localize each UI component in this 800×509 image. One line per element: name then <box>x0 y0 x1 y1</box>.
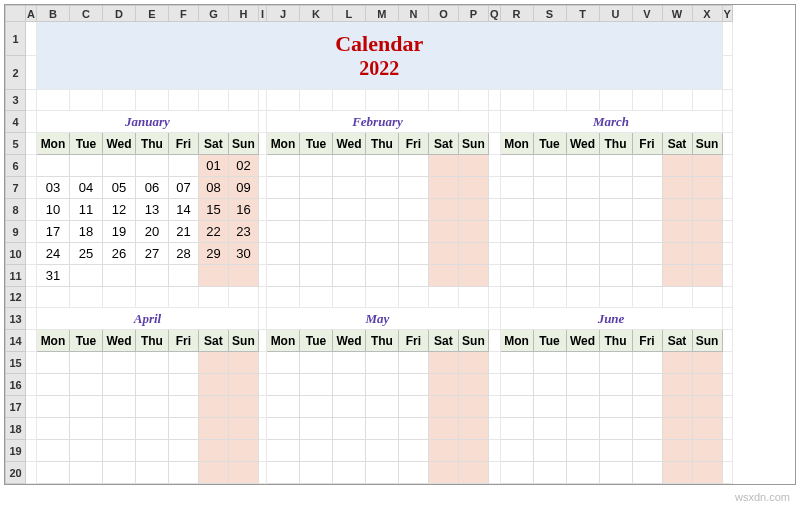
cell[interactable] <box>266 177 299 199</box>
cell[interactable] <box>488 308 500 330</box>
cell[interactable]: 04 <box>69 177 102 199</box>
cell[interactable] <box>533 462 566 484</box>
cell[interactable] <box>500 374 533 396</box>
cell[interactable] <box>662 462 692 484</box>
cell[interactable] <box>135 440 168 462</box>
cell[interactable] <box>488 352 500 374</box>
cell[interactable]: 08 <box>198 177 228 199</box>
row-header[interactable]: 8 <box>6 199 26 221</box>
cell[interactable]: 29 <box>198 243 228 265</box>
cell[interactable] <box>458 418 488 440</box>
cell[interactable] <box>102 287 135 308</box>
cell[interactable]: Fri <box>168 330 198 352</box>
cell[interactable]: 06 <box>135 177 168 199</box>
cell[interactable] <box>258 243 266 265</box>
cell[interactable] <box>722 265 732 287</box>
cell[interactable] <box>102 352 135 374</box>
cell[interactable] <box>533 90 566 111</box>
cell[interactable] <box>488 221 500 243</box>
cell[interactable]: 11 <box>69 199 102 221</box>
cell[interactable]: Fri <box>398 133 428 155</box>
cell[interactable] <box>722 287 732 308</box>
cell[interactable] <box>722 221 732 243</box>
row-header[interactable]: 18 <box>6 418 26 440</box>
cell[interactable]: 17 <box>36 221 69 243</box>
cell[interactable] <box>692 199 722 221</box>
col-header[interactable]: S <box>533 6 566 22</box>
cell[interactable]: 01 <box>198 155 228 177</box>
cell[interactable] <box>168 374 198 396</box>
cell[interactable] <box>36 90 69 111</box>
cell[interactable]: Tue <box>533 330 566 352</box>
cell[interactable]: Sat <box>662 330 692 352</box>
cell[interactable] <box>398 199 428 221</box>
cell[interactable] <box>26 330 37 352</box>
cell[interactable] <box>258 111 266 133</box>
col-header[interactable]: Y <box>722 6 732 22</box>
cell[interactable] <box>692 243 722 265</box>
cell[interactable] <box>692 265 722 287</box>
cell[interactable] <box>258 418 266 440</box>
cell[interactable] <box>722 133 732 155</box>
cell[interactable] <box>36 462 69 484</box>
cell[interactable] <box>69 374 102 396</box>
cell[interactable] <box>258 374 266 396</box>
cell[interactable]: Sun <box>692 330 722 352</box>
col-header[interactable]: W <box>662 6 692 22</box>
cell[interactable] <box>458 177 488 199</box>
cell[interactable]: 21 <box>168 221 198 243</box>
cell[interactable] <box>332 440 365 462</box>
cell[interactable] <box>458 243 488 265</box>
cell[interactable] <box>398 265 428 287</box>
cell[interactable] <box>632 418 662 440</box>
cell[interactable]: Thu <box>135 133 168 155</box>
cell[interactable]: 10 <box>36 199 69 221</box>
cell[interactable] <box>228 440 258 462</box>
cell[interactable] <box>500 396 533 418</box>
cell[interactable] <box>168 90 198 111</box>
cell[interactable] <box>428 352 458 374</box>
cell[interactable]: 09 <box>228 177 258 199</box>
cell[interactable] <box>428 221 458 243</box>
cell[interactable]: February <box>266 111 488 133</box>
cell[interactable] <box>398 243 428 265</box>
cell[interactable] <box>26 418 37 440</box>
cell[interactable] <box>566 418 599 440</box>
cell[interactable] <box>566 396 599 418</box>
cell[interactable] <box>26 352 37 374</box>
row-header[interactable]: 16 <box>6 374 26 396</box>
cell[interactable] <box>458 155 488 177</box>
cell[interactable]: April <box>36 308 258 330</box>
cell[interactable] <box>458 352 488 374</box>
cell[interactable]: Sun <box>228 330 258 352</box>
cell[interactable] <box>398 374 428 396</box>
cell[interactable] <box>632 177 662 199</box>
row-header[interactable]: 10 <box>6 243 26 265</box>
cell[interactable] <box>198 440 228 462</box>
cell[interactable] <box>258 308 266 330</box>
cell[interactable] <box>332 199 365 221</box>
cell[interactable] <box>722 199 732 221</box>
cell[interactable] <box>365 287 398 308</box>
cell[interactable] <box>135 396 168 418</box>
cell[interactable] <box>488 418 500 440</box>
cell[interactable] <box>299 243 332 265</box>
cell[interactable]: Wed <box>102 133 135 155</box>
cell[interactable]: Tue <box>299 133 332 155</box>
cell[interactable] <box>398 177 428 199</box>
cell[interactable] <box>102 155 135 177</box>
cell[interactable] <box>26 287 37 308</box>
cell[interactable] <box>168 418 198 440</box>
cell[interactable] <box>26 396 37 418</box>
cell[interactable] <box>365 177 398 199</box>
cell[interactable] <box>533 199 566 221</box>
cell[interactable] <box>599 243 632 265</box>
cell[interactable] <box>662 352 692 374</box>
cell[interactable] <box>299 352 332 374</box>
cell[interactable]: Sun <box>458 133 488 155</box>
col-header[interactable]: P <box>458 6 488 22</box>
cell[interactable] <box>332 396 365 418</box>
row-header[interactable]: 14 <box>6 330 26 352</box>
cell[interactable]: 03 <box>36 177 69 199</box>
cell[interactable] <box>533 243 566 265</box>
